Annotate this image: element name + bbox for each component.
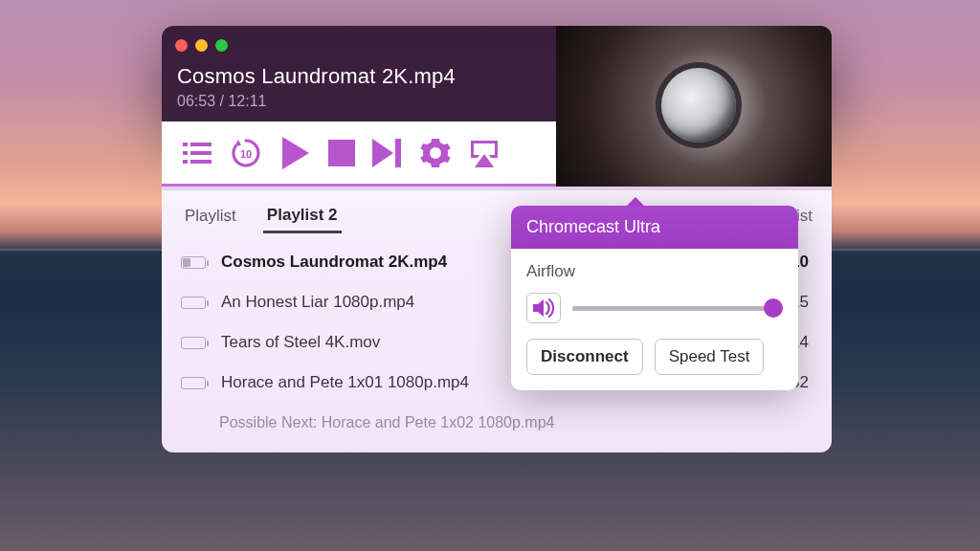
slider-knob[interactable]: [764, 298, 783, 318]
play-icon[interactable]: [280, 137, 311, 169]
possible-next-label: Possible Next: Horace and Pete 1x02 1080…: [162, 403, 832, 447]
zoom-icon[interactable]: [215, 39, 228, 52]
stop-icon[interactable]: [328, 140, 355, 166]
svg-marker-12: [533, 299, 544, 317]
next-track-icon[interactable]: [372, 139, 403, 167]
svg-rect-4: [183, 160, 188, 164]
playlist-icon[interactable]: [183, 141, 212, 165]
tab-playlist-1[interactable]: Playlist: [181, 201, 240, 231]
player-toolbar: 10: [162, 121, 556, 187]
battery-icon: [181, 377, 206, 389]
media-player-window: Cosmos Laundromat 2K.mp4 06:53 / 12:11 1…: [162, 26, 832, 121]
volume-icon[interactable]: [526, 293, 561, 323]
minimize-icon[interactable]: [195, 39, 208, 52]
playback-position: 06:53: [177, 93, 215, 109]
playback-duration: 12:11: [228, 93, 266, 109]
battery-icon: [181, 337, 206, 349]
svg-rect-1: [190, 143, 212, 146]
close-icon[interactable]: [175, 39, 188, 52]
svg-rect-8: [328, 140, 355, 166]
popover-arrow: [626, 197, 645, 207]
svg-marker-7: [282, 137, 309, 169]
cast-popover: Chromecast Ultra Airflow Disconnect Spee…: [511, 206, 798, 390]
cast-device-name: Chromecast Ultra: [511, 206, 798, 249]
playback-time: 06:53 / 12:11: [177, 93, 456, 110]
speed-test-button[interactable]: Speed Test: [655, 339, 765, 375]
now-playing-filename: Cosmos Laundromat 2K.mp4: [177, 64, 456, 89]
battery-icon: [181, 297, 206, 309]
airplay-icon[interactable]: [468, 139, 501, 167]
svg-rect-3: [190, 151, 212, 155]
gear-icon[interactable]: [420, 138, 451, 168]
desktop-wallpaper: Cosmos Laundromat 2K.mp4 06:53 / 12:11 1…: [0, 0, 980, 551]
video-thumbnail: [556, 26, 832, 187]
cast-app-name: Airflow: [526, 262, 783, 281]
svg-rect-2: [183, 151, 188, 155]
battery-icon: [181, 256, 206, 269]
svg-marker-9: [372, 139, 393, 167]
window-titlebar: Cosmos Laundromat 2K.mp4 06:53 / 12:11: [162, 26, 832, 121]
svg-rect-5: [190, 160, 212, 164]
svg-rect-10: [395, 139, 401, 167]
tab-playlist-2[interactable]: Playlist 2: [263, 200, 342, 233]
svg-rect-0: [183, 143, 188, 146]
window-controls: [175, 39, 228, 52]
volume-slider[interactable]: [572, 298, 783, 318]
disconnect-button[interactable]: Disconnect: [526, 339, 643, 375]
svg-text:10: 10: [240, 148, 252, 160]
rewind-10-icon[interactable]: 10: [229, 136, 263, 170]
